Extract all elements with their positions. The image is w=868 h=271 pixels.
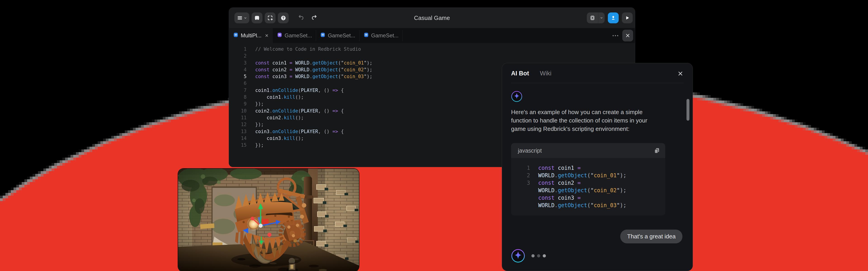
help-icon xyxy=(280,15,286,21)
editor-toolbar: Casual Game xyxy=(229,8,635,28)
toolbar-right-group xyxy=(587,12,633,23)
code-language-label: javascript xyxy=(518,147,542,154)
tab-close-icon[interactable] xyxy=(265,33,269,37)
ai-avatar-icon xyxy=(511,249,525,263)
play-button[interactable] xyxy=(622,12,633,23)
ai-typing-row xyxy=(511,249,684,263)
toolbar-left-group xyxy=(235,12,318,23)
ai-message-text: Here's an example of how you can create … xyxy=(511,108,660,133)
layout-panel-icon xyxy=(587,12,598,23)
capture-plus-icon xyxy=(267,15,273,21)
hamburger-icon xyxy=(237,15,243,21)
tab-gameset-3[interactable]: GameSet... xyxy=(360,28,403,43)
copy-code-icon[interactable] xyxy=(653,147,660,154)
user-message-row: That's a great idea xyxy=(511,229,682,243)
ai-chat-body: Here's an example of how you can create … xyxy=(502,83,692,263)
close-editor-button[interactable] xyxy=(622,30,633,42)
script-file-icon xyxy=(364,32,369,39)
user-message-bubble: That's a great idea xyxy=(620,229,682,243)
play-icon xyxy=(625,15,630,21)
code-snippet[interactable]: 1const coin1 =2WORLD.getObject("coin_01"… xyxy=(511,158,665,216)
layout-split-button[interactable] xyxy=(587,12,604,23)
typing-indicator xyxy=(531,254,546,258)
chevron-down-icon xyxy=(244,16,247,20)
editor-tab-bar: MultiPl... GameSet... GameSet... xyxy=(229,28,635,43)
undo-button[interactable] xyxy=(297,14,305,22)
page: Casual Game xyxy=(0,0,868,271)
tabbar-controls xyxy=(613,28,635,43)
close-panel-icon[interactable] xyxy=(677,71,684,77)
script-file-icon xyxy=(320,32,326,39)
ai-avatar-icon xyxy=(511,91,522,102)
display-icon xyxy=(254,15,260,21)
game-scene xyxy=(178,169,359,271)
help-button[interactable] xyxy=(278,12,289,23)
capture-button[interactable] xyxy=(265,12,276,23)
ai-assistant-panel: AI Bot Wiki Here's an exampl xyxy=(502,63,693,271)
upload-icon xyxy=(610,15,616,21)
redo-button[interactable] xyxy=(310,14,318,22)
panel-scrollbar[interactable] xyxy=(686,99,689,121)
tab-multiplayer[interactable]: MultiPl... xyxy=(229,28,273,43)
chevron-down-icon[interactable] xyxy=(598,12,604,23)
tab-gameset-2[interactable]: GameSet... xyxy=(316,28,359,43)
publish-button[interactable] xyxy=(608,12,619,23)
tab-wiki[interactable]: Wiki xyxy=(540,70,551,77)
game-viewport[interactable] xyxy=(178,169,359,271)
redo-icon xyxy=(311,14,318,22)
tab-label: GameSet... xyxy=(328,32,355,39)
code-card-header: javascript xyxy=(511,143,665,158)
tab-separator xyxy=(402,30,403,41)
display-mode-button[interactable] xyxy=(252,12,262,23)
tab-label: MultiPl... xyxy=(241,32,261,39)
more-options-icon[interactable] xyxy=(613,35,618,36)
tab-ai-bot[interactable]: AI Bot xyxy=(511,70,529,77)
ai-panel-header: AI Bot Wiki xyxy=(502,63,692,77)
code-snippet-card: javascript 1const coin1 =2WORLD.getObjec… xyxy=(511,143,665,216)
tab-gameset-1[interactable]: GameSet... xyxy=(273,28,316,43)
tab-label: GameSet... xyxy=(285,32,312,39)
tab-label: GameSet... xyxy=(371,32,399,39)
undo-icon xyxy=(298,14,305,22)
script-file-icon xyxy=(233,32,239,39)
main-menu-button[interactable] xyxy=(235,12,249,23)
script-file-icon xyxy=(277,32,282,39)
